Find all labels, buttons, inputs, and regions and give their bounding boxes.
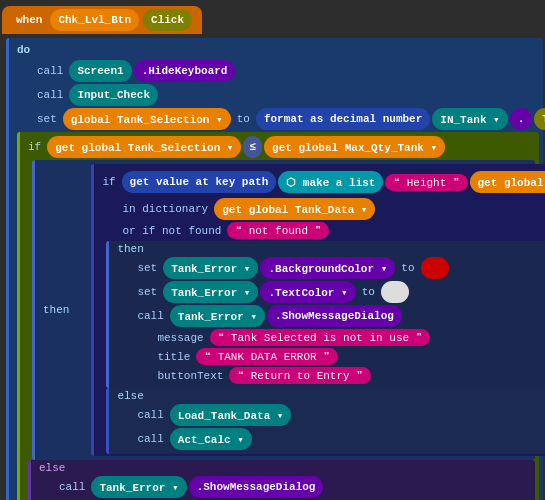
call-actcalc-row: call Act_Calc ▾ [133,428,545,450]
then-outer-block: then if get value at key path ⬡ make a l… [32,160,535,460]
msg-lbl1: message [153,330,207,346]
set-label: set [33,111,61,127]
text-pill[interactable]: Text [534,108,545,130]
to-label: to [233,111,254,127]
when-row: when Chk_Lvl_Btn Click [2,6,543,36]
white-color-pill[interactable] [381,281,409,303]
when-label: when [12,12,46,28]
click-pill[interactable]: Click [143,9,192,31]
if-inner-label: if [98,174,119,190]
if-label: if [24,139,45,155]
do-label-row: do [13,42,539,58]
in-dict-label: in dictionary [118,201,212,217]
bgcolor-pill[interactable]: .BackgroundColor ▾ [260,257,395,279]
message-row1: message ❝ Tank Selected is not in use ❞ [153,329,545,346]
call-hidekeyboard-row: call Screen1 .HideKeyboard [33,60,539,82]
then-outer-label: then if get value at key path ⬡ make a l… [39,164,531,456]
else-outer-label: else [35,460,69,476]
if-inner-block: if get value at key path ⬡ make a list ❝… [91,164,545,456]
intank-pill[interactable]: IN_Tank ▾ [432,108,507,130]
btntext-row1: buttonText ❝ Return to Entry ❞ [153,367,545,384]
showmsg-pill2[interactable]: .ShowMessageDialog [189,476,324,498]
set-lbl1: set [133,260,161,276]
screen1-pill[interactable]: Screen1 [69,60,131,82]
btn-pill[interactable]: Chk_Lvl_Btn [50,9,139,31]
inputcheck-pill[interactable]: Input_Check [69,84,158,106]
tankerror-pill3[interactable]: Tank_Error ▾ [170,305,265,327]
set-bg-red-row: set Tank_Error ▾ .BackgroundColor ▾ to [133,257,545,279]
to-lbl1: to [397,260,418,276]
else-inner-block: else call Load_Tank_Data ▾ call Act_Calc… [106,388,545,454]
set-lbl2: set [133,284,161,300]
do-label: do [13,42,34,58]
call-label: call [33,63,67,79]
actcalc-pill[interactable]: Act_Calc ▾ [170,428,252,450]
set-tankselection-row: set global Tank_Selection ▾ to format as… [33,108,539,130]
showmsg-pill[interactable]: .ShowMessageDialog [267,305,402,327]
if-outer-condition-row: if get global Tank_Selection ▾ ≤ get glo… [24,136,535,158]
call-showdialog1-row: call Tank_Error ▾ .ShowMessageDialog [133,305,545,327]
main-container: when Chk_Lvl_Btn Click do call Screen1 .… [0,0,545,500]
if-inner-row: if get value at key path ⬡ make a list ❝… [98,168,545,196]
get-tanksel-pill[interactable]: get global Tank_Selection ▾ [47,136,241,158]
tankerror-pill2[interactable]: Tank_Error ▾ [163,281,258,303]
format-decimal-pill[interactable]: format as decimal number [256,108,430,130]
or-if-label: or if not found [118,223,225,239]
btntext-lbl1: buttonText [153,368,227,384]
call-lbl6: call [55,479,89,495]
get-maxqty-pill[interactable]: get global Max_Qty_Tank ▾ [264,136,445,158]
in-dict-row: in dictionary get global Tank_Data ▾ [118,198,545,220]
title-row1: title ❝ TANK DATA ERROR ❞ [153,348,545,365]
lte-pill[interactable]: ≤ [243,136,262,158]
then-inner-block: then set Tank_Error ▾ .BackgroundColor ▾… [106,241,545,388]
not-found-row: or if not found ❝ not found ❞ [118,222,545,239]
call-inputcheck-row: call Input_Check [33,84,539,106]
if-outer-block: if get global Tank_Selection ▾ ≤ get glo… [17,132,539,500]
tankerror-pill1[interactable]: Tank_Error ▾ [163,257,258,279]
when-block: when Chk_Lvl_Btn Click [2,6,202,34]
else-inner-label: else [113,388,147,404]
btntext-val1: ❝ Return to Entry ❞ [229,367,370,384]
not-found-val: ❝ not found ❞ [227,222,329,239]
title-val1: ❝ TANK DATA ERROR ❞ [196,348,337,365]
set-text-white-row: set Tank_Error ▾ .TextColor ▾ to [133,281,545,303]
get-tanksel2-pill[interactable]: get global Tank_Selection ▾ [470,171,545,193]
get-tankdata-pill[interactable]: get global Tank_Data ▾ [214,198,375,220]
loadtank-pill[interactable]: Load_Tank_Data ▾ [170,404,292,426]
then-inner-label: then [113,241,147,257]
message-val1: ❝ Tank Selected is not in use ❞ [210,329,431,346]
call-lbl3: call [133,308,167,324]
text-dot-pill[interactable]: . [510,108,533,130]
to-lbl2: to [358,284,379,300]
hidekeyboard-pill[interactable]: .HideKeyboard [134,60,236,82]
get-value-key-pill[interactable]: get value at key path [122,171,277,193]
call-loadtank-row: call Load_Tank_Data ▾ [133,404,545,426]
global-tankselection-pill[interactable]: global Tank_Selection ▾ [63,108,231,130]
make-list-pill[interactable]: ⬡ make a list [278,171,383,193]
textcolor-pill[interactable]: .TextColor ▾ [260,281,355,303]
red-color-pill[interactable] [421,257,449,279]
if-inner-container: if get value at key path ⬡ make a list ❝… [83,164,545,456]
then-label: then [39,302,73,318]
title-lbl1: title [153,349,194,365]
call-showdialog2-row: call Tank_Error ▾ .ShowMessageDialog [55,476,531,498]
call-lbl4: call [133,407,167,423]
height-val: ❝ Height ❞ [385,174,467,191]
call-label2: call [33,87,67,103]
tankerror-pill4[interactable]: Tank_Error ▾ [91,476,186,498]
else-outer-block: else call Tank_Error ▾ .ShowMessageDialo… [28,460,535,500]
do-block: do call Screen1 .HideKeyboard call Input… [6,38,543,500]
call-lbl5: call [133,431,167,447]
